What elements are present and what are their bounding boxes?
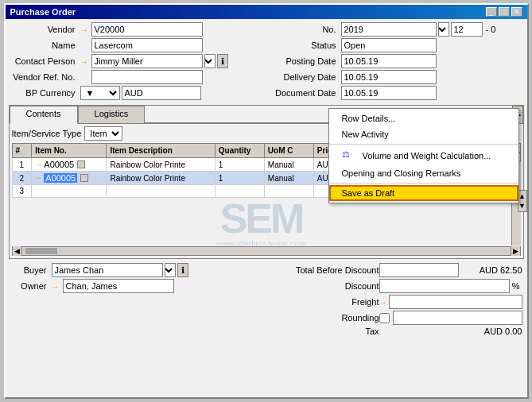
name-row: Name Lasercom	[9, 38, 265, 52]
owner-arrow-icon: →	[52, 282, 60, 291]
row-1-item-no-text: A00005	[44, 160, 74, 169]
total-before-discount-value: AUD 62.50	[459, 265, 522, 275]
row-2-itemno[interactable]: →A00005	[32, 172, 107, 185]
bottom-left: Buyer James Chan ▼ ℹ Owner → Chan, James	[10, 263, 265, 338]
posting-date-label: Posting Date	[268, 56, 340, 66]
rounding-value-field[interactable]	[393, 311, 522, 325]
row-3-qty[interactable]	[215, 185, 264, 198]
window-controls: _ □ ✕	[486, 7, 522, 17]
vendor-row: Vendor → V20000	[9, 22, 265, 37]
scroll-left-button[interactable]: ◀	[13, 246, 22, 256]
scrollbar-thumb[interactable]	[25, 248, 57, 254]
no-label: No.	[268, 25, 340, 34]
vendor-value[interactable]: V20000	[91, 22, 203, 37]
menu-item-row-details[interactable]: Row Details...	[329, 110, 518, 126]
side-nav-up[interactable]: ▲	[518, 192, 526, 200]
no-value[interactable]: 2019	[341, 22, 437, 37]
bp-currency-dropdown[interactable]: ▼	[80, 86, 120, 100]
row-2-desc: Rainbow Color Printe	[107, 172, 215, 185]
buyer-dropdown[interactable]: ▼	[165, 263, 176, 277]
owner-value[interactable]: Chan, James	[63, 279, 174, 293]
vendor-arrow-icon: →	[80, 25, 88, 34]
context-menu: Row Details... New Activity ⚖ Volume and…	[328, 108, 519, 203]
discount-row: Discount %	[268, 279, 522, 293]
maximize-button[interactable]: □	[499, 7, 510, 17]
contact-dropdown[interactable]	[204, 54, 216, 68]
row-2-item-no-text: A00005	[44, 173, 77, 183]
total-before-discount-row: Total Before Discount AUD 62.50	[268, 263, 522, 277]
col-header-itemno: Item No.	[32, 144, 107, 158]
tax-value: AUD 0.00	[459, 327, 522, 336]
contact-value[interactable]: Jimmy Miller	[91, 54, 203, 68]
bp-currency-value[interactable]: AUD	[122, 86, 201, 100]
buyer-value[interactable]: James Chan	[52, 263, 163, 277]
header-section: Vendor → V20000 Name Lasercom Contact Pe…	[9, 22, 524, 102]
item-service-type-label: Item/Service Type	[12, 129, 82, 138]
contact-arrow-icon: →	[80, 57, 88, 66]
watermark-area: SEM www.sterling-team.com	[12, 198, 511, 245]
document-date-value[interactable]: 10.05.19	[341, 86, 437, 100]
minimize-button[interactable]: _	[486, 7, 497, 17]
tax-row: Tax AUD 0.00	[268, 327, 522, 336]
delivery-date-label: Delivery Date	[268, 72, 340, 82]
name-label: Name	[9, 41, 79, 50]
owner-label: Owner	[10, 281, 50, 291]
posting-date-value[interactable]: 10.05.19	[341, 54, 437, 68]
col-header-uom: UoM C	[264, 144, 313, 158]
item-service-type-select[interactable]: Item	[84, 126, 122, 141]
col-header-desc: Item Description	[107, 144, 215, 158]
menu-item-opening-closing[interactable]: Opening and Closing Remarks	[329, 165, 518, 181]
discount-value-field[interactable]	[379, 279, 510, 293]
row-1-num: 1	[12, 158, 32, 172]
freight-value-field[interactable]	[389, 295, 522, 309]
buyer-info-button[interactable]: ℹ	[177, 263, 188, 277]
tab-contents[interactable]: Contents	[10, 106, 78, 124]
freight-label: Freight	[268, 297, 379, 307]
no-extra: - 0	[486, 25, 496, 34]
total-before-discount-label: Total Before Discount	[268, 265, 379, 275]
delivery-date-row: Delivery Date 10.05.19	[268, 70, 524, 84]
name-value[interactable]: Lasercom	[91, 38, 203, 52]
menu-item-save-draft[interactable]: Save as Draft	[329, 185, 518, 201]
bottom-section: Buyer James Chan ▼ ℹ Owner → Chan, James…	[9, 261, 524, 339]
contact-info-button[interactable]: ℹ	[217, 54, 228, 68]
row-3-itemno[interactable]	[32, 185, 107, 198]
total-before-discount-spacer	[379, 263, 459, 277]
scroll-right-button[interactable]: ▶	[511, 246, 520, 256]
tab-logistics[interactable]: Logistics	[78, 106, 146, 124]
delivery-date-value[interactable]: 10.05.19	[341, 70, 437, 84]
no-suffix[interactable]: 12	[451, 22, 483, 37]
owner-row: Owner → Chan, James	[10, 279, 265, 293]
row-1-qty[interactable]: 1	[215, 158, 264, 172]
horizontal-scrollbar[interactable]: ◀ ▶	[12, 246, 521, 256]
vendor-ref-value[interactable]	[91, 70, 203, 84]
buyer-label: Buyer	[10, 265, 50, 275]
side-nav-down[interactable]: ▼	[518, 202, 526, 210]
discount-label: Discount	[268, 281, 379, 291]
contact-label: Contact Person	[9, 56, 79, 66]
row-3-desc	[107, 185, 215, 198]
freight-arrow-icon: →	[379, 298, 387, 307]
rounding-row: Rounding	[268, 311, 522, 325]
row-1-desc: Rainbow Color Printe	[107, 158, 215, 172]
freight-row: Freight →	[268, 295, 522, 309]
no-dropdown[interactable]: ▼	[438, 22, 449, 37]
title-bar: Purchase Order _ □ ✕	[6, 5, 527, 19]
vendor-ref-row: Vendor Ref. No.	[9, 70, 265, 84]
menu-row-details-label: Row Details...	[342, 114, 396, 123]
row-2-qty[interactable]: 1	[215, 172, 264, 185]
menu-separator-2	[329, 183, 518, 184]
close-button[interactable]: ✕	[511, 7, 522, 17]
bp-currency-row: BP Currency ▼ AUD	[9, 86, 265, 100]
row-3-num: 3	[12, 185, 32, 198]
contact-row: Contact Person → Jimmy Miller ℹ	[9, 54, 265, 68]
scale-icon: ⚖	[342, 149, 355, 162]
row-1-arrow-icon: →	[35, 160, 42, 168]
menu-item-volume-weight[interactable]: ⚖ Volume and Weight Calculation...	[329, 146, 518, 165]
row-1-itemno[interactable]: →A00005	[32, 158, 107, 172]
menu-item-new-activity[interactable]: New Activity	[329, 126, 518, 142]
rounding-checkbox[interactable]	[379, 313, 390, 323]
row-2-item-icon	[80, 174, 88, 182]
status-value: Open	[341, 38, 437, 52]
row-2-num: 2	[12, 172, 32, 185]
